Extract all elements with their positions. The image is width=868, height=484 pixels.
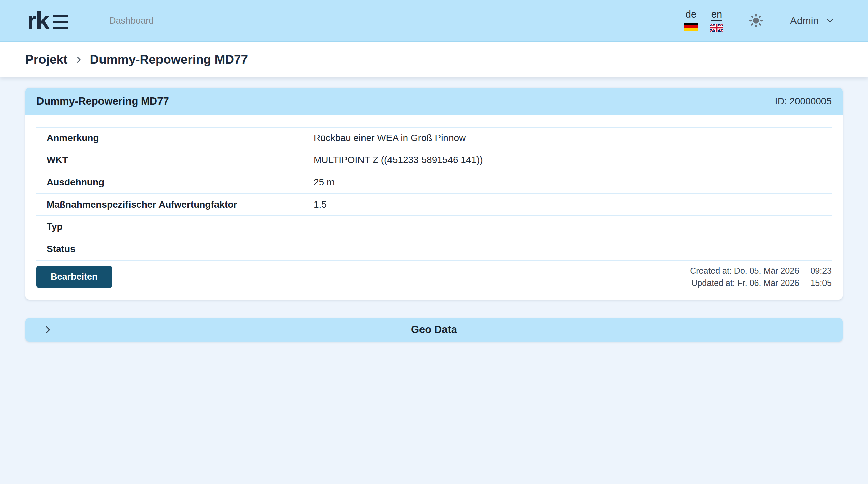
- row-value: 1.5: [314, 199, 327, 210]
- logo-text: rk: [27, 10, 49, 31]
- project-card: Dummy-Repowering MD77 ID: 20000005 Anmer…: [25, 88, 843, 300]
- chevron-right-icon: [42, 324, 53, 335]
- project-card-footer: Bearbeiten Created at: Do. 05. Mär 2026 …: [25, 261, 843, 300]
- table-row-wkt: WKT MULTIPOINT Z ((451233 5891546 141)): [36, 149, 832, 171]
- lang-en-label: en: [711, 9, 722, 21]
- project-detail-table: Anmerkung Rückbau einer WEA in Groß Pinn…: [36, 127, 832, 261]
- row-label: WKT: [36, 155, 314, 165]
- row-value: 25 m: [314, 177, 335, 188]
- table-row-aufwertungfaktor: Maßnahmenspezifischer Aufwertungfaktor 1…: [36, 194, 832, 216]
- row-label: Status: [36, 244, 314, 254]
- project-id: ID: 20000005: [775, 96, 832, 107]
- user-menu-label: Admin: [790, 15, 819, 26]
- language-switcher: de en: [684, 9, 723, 32]
- timestamps: Created at: Do. 05. Mär 2026 09:23 Updat…: [690, 265, 832, 289]
- breadcrumb-current: Dummy-Repowering MD77: [90, 53, 248, 67]
- nav-dashboard-link[interactable]: Dashboard: [109, 16, 154, 26]
- header-right: de en: [684, 9, 835, 32]
- geo-data-toggle[interactable]: Geo Data: [25, 318, 843, 342]
- breadcrumb-projekt-link[interactable]: Projekt: [25, 53, 67, 67]
- lang-en-button[interactable]: en: [710, 9, 723, 32]
- chevron-right-icon: [74, 55, 83, 64]
- bearbeiten-button[interactable]: Bearbeiten: [36, 266, 112, 288]
- row-value: MULTIPOINT Z ((451233 5891546 141)): [314, 155, 483, 165]
- created-at-time: 09:23: [799, 265, 832, 276]
- main-content: Dummy-Repowering MD77 ID: 20000005 Anmer…: [0, 77, 868, 342]
- row-label: Ausdehnung: [36, 177, 314, 188]
- theme-toggle-button[interactable]: [748, 13, 764, 28]
- lang-de-label: de: [686, 9, 696, 20]
- table-row-status: Status: [36, 238, 832, 261]
- project-title: Dummy-Repowering MD77: [36, 95, 169, 107]
- sun-icon: [748, 13, 764, 28]
- flag-uk-icon: [710, 24, 723, 32]
- app-header: rk Dashboard de en: [0, 0, 868, 42]
- table-row-ausdehnung: Ausdehnung 25 m: [36, 171, 832, 194]
- chevron-down-icon: [825, 16, 835, 26]
- table-row-typ: Typ: [36, 216, 832, 238]
- row-label: Typ: [36, 221, 314, 232]
- row-label: Anmerkung: [36, 133, 314, 143]
- row-label: Maßnahmenspezifischer Aufwertungfaktor: [36, 199, 314, 210]
- flag-germany-icon: [684, 23, 698, 31]
- breadcrumb: Projekt Dummy-Repowering MD77: [0, 42, 868, 77]
- updated-at-time: 15:05: [799, 277, 832, 289]
- geo-data-title: Geo Data: [411, 324, 457, 336]
- app-logo[interactable]: rk: [27, 10, 68, 31]
- created-at-date: Created at: Do. 05. Mär 2026: [690, 265, 799, 276]
- logo-bars-icon: [53, 15, 68, 29]
- user-menu-button[interactable]: Admin: [790, 15, 835, 26]
- row-value: Rückbau einer WEA in Groß Pinnow: [314, 133, 466, 143]
- updated-at-date: Updated at: Fr. 06. Mär 2026: [690, 277, 799, 289]
- project-card-header: Dummy-Repowering MD77 ID: 20000005: [25, 88, 843, 115]
- lang-de-button[interactable]: de: [684, 9, 698, 32]
- table-row-anmerkung: Anmerkung Rückbau einer WEA in Groß Pinn…: [36, 127, 832, 149]
